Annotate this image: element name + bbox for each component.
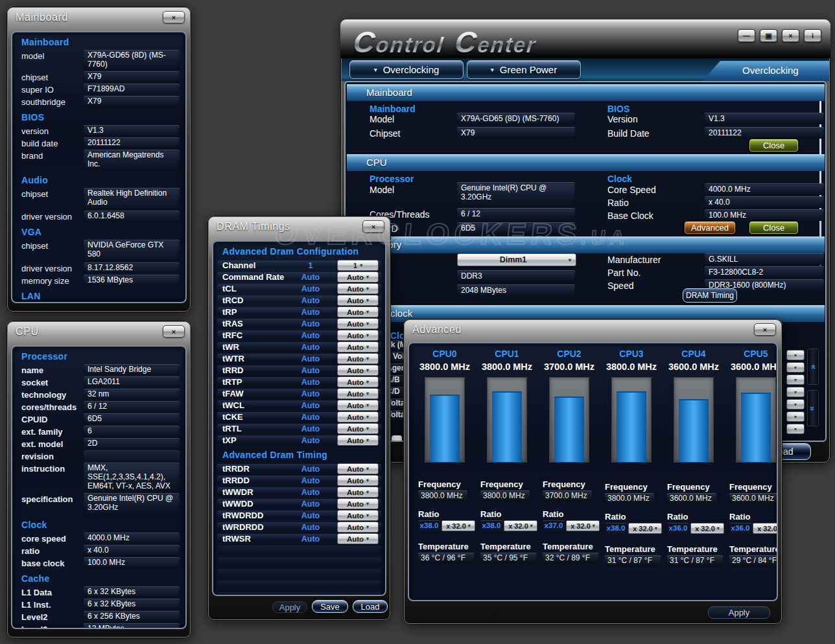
- clock-dropdown-button[interactable]: ▾: [786, 362, 805, 373]
- chevron-down-icon: ▾: [366, 274, 369, 280]
- restore-icon[interactable]: ▣: [760, 29, 777, 42]
- info-row-value: LGA2011: [84, 376, 180, 387]
- dram-row-select[interactable]: Auto▾: [337, 487, 379, 498]
- dram-row-select[interactable]: Auto▾: [337, 463, 379, 474]
- info-row-label: ratio: [21, 545, 84, 556]
- info-row-label: CPUID: [21, 413, 84, 424]
- apply-button[interactable]: Apply: [708, 606, 770, 619]
- dram-row-current-value: Auto: [292, 436, 329, 445]
- ratio-select[interactable]: x 32.0▾: [441, 520, 475, 531]
- slider-track-up[interactable]: »: [807, 349, 819, 385]
- close-icon[interactable]: ×: [782, 29, 799, 42]
- dram-select-value: Auto: [347, 320, 364, 328]
- chevron-down-icon: ▾: [468, 523, 471, 529]
- control-center-titlebar[interactable]: ControlCenter — ▣ × i: [340, 19, 830, 58]
- dimm-select[interactable]: Dimm1 ▾: [457, 253, 576, 266]
- load-button[interactable]: Load: [353, 600, 388, 613]
- dram-row-select[interactable]: Auto▾: [337, 341, 379, 352]
- dram-row-select[interactable]: Auto▾: [337, 423, 379, 434]
- clock-dropdown-button[interactable]: ▾: [786, 424, 805, 434]
- dram-row-select[interactable]: Auto▾: [337, 295, 379, 306]
- dram-row-select[interactable]: Auto▾: [337, 475, 379, 486]
- column-title: Clock: [607, 174, 632, 184]
- clock-dropdown-button[interactable]: ▾: [786, 350, 805, 360]
- info-row: driver version8.17.12.8562: [12, 262, 185, 274]
- dram-row-select[interactable]: Auto▾: [337, 498, 379, 509]
- section-header-mainboard: Mainboard: [347, 84, 825, 101]
- dram-row-select[interactable]: Auto▾: [337, 522, 379, 533]
- tab-green-power[interactable]: ▾ Green Power: [467, 60, 581, 79]
- info-row-label: base clock: [21, 557, 84, 568]
- dram-row-current-value: 1: [292, 261, 329, 270]
- close-icon[interactable]: ×: [163, 325, 185, 338]
- dram-row-label: tRWSR: [222, 534, 292, 544]
- tab-overclocking[interactable]: ▾ Overclocking: [349, 60, 464, 79]
- dram-row-label: tRRDR: [222, 464, 292, 474]
- cpu-name: CPU2: [539, 349, 600, 362]
- dram-timing-row: tRWSRAutoAuto▾: [217, 534, 381, 544]
- frequency-label: Frequency: [414, 479, 475, 489]
- dram-timing-row: tWWDDAutoAuto▾: [217, 499, 381, 509]
- close-icon[interactable]: ×: [362, 220, 384, 233]
- dram-row-select[interactable]: Auto▾: [337, 411, 379, 422]
- info-row-label: model: [21, 50, 84, 61]
- dram-row-select[interactable]: Auto▾: [337, 365, 379, 376]
- chevron-down-icon: ▾: [360, 262, 362, 268]
- dram-row-current-value: Auto: [292, 535, 329, 544]
- save-button[interactable]: Save: [312, 600, 348, 613]
- close-button[interactable]: Close: [749, 139, 799, 152]
- close-button[interactable]: Close: [749, 221, 799, 235]
- dram-select-value: Auto: [347, 523, 364, 531]
- dram-timing-button[interactable]: DRAM Timing: [683, 288, 737, 303]
- dram-row-select[interactable]: Auto▾: [337, 271, 379, 282]
- dram-row-select[interactable]: Auto▾: [337, 533, 379, 544]
- dram-row-select[interactable]: Auto▾: [337, 330, 379, 341]
- apply-button[interactable]: Apply: [272, 601, 307, 613]
- clock-dropdown-button[interactable]: ▾: [786, 387, 805, 397]
- dram-row-select[interactable]: Auto▾: [337, 388, 379, 399]
- dram-row-select[interactable]: Auto▾: [337, 306, 379, 317]
- dram-select-value: Auto: [347, 402, 364, 409]
- advanced-window-titlebar[interactable]: Advanced: [403, 319, 782, 341]
- dram-row-select[interactable]: Auto▾: [337, 353, 379, 364]
- ratio-select[interactable]: x 32.0▾: [753, 523, 778, 534]
- cpu-name: CPU5: [725, 349, 778, 362]
- close-icon[interactable]: ×: [754, 323, 776, 336]
- dram-row-select[interactable]: Auto▾: [337, 283, 379, 294]
- dram-row-select[interactable]: Auto▾: [337, 435, 379, 446]
- frequency-label: Frequency: [725, 482, 778, 492]
- value-field: G.SKILL: [705, 253, 824, 265]
- ratio-select[interactable]: x 32.0▾: [690, 523, 724, 534]
- minimize-icon[interactable]: —: [738, 29, 755, 42]
- dram-row-select[interactable]: Auto▾: [337, 376, 379, 387]
- chevron-down-icon: ▾: [366, 489, 369, 495]
- ratio-select[interactable]: x 32.0▾: [566, 520, 600, 531]
- vertical-slider-handle[interactable]: [392, 435, 402, 442]
- cpu-name: CPU3: [601, 349, 662, 362]
- info-row-label: ext. model: [21, 438, 84, 449]
- dram-row-current-value: Auto: [292, 476, 329, 485]
- clock-dropdown-button[interactable]: ▾: [786, 411, 805, 422]
- dram-row-select[interactable]: Auto▾: [337, 318, 379, 329]
- ratio-select[interactable]: x 32.0▾: [628, 523, 662, 534]
- info-row-value: X79A-GD65 (8D) (MS-7760): [84, 50, 180, 70]
- close-icon[interactable]: ×: [163, 11, 185, 23]
- ratio-label: Ratio: [476, 509, 537, 519]
- ratio-select[interactable]: x 32.0▾: [504, 520, 537, 531]
- slider-track-down[interactable]: »: [807, 390, 819, 426]
- advanced-button[interactable]: Advanced: [684, 221, 736, 235]
- frequency-gauge: [549, 377, 589, 463]
- dram-row-select[interactable]: 1▾: [337, 260, 379, 271]
- advanced-window-body: CPU03800.0 MHzFrequency3800.0 MHzRatiox3…: [408, 342, 778, 601]
- clock-dropdown-button[interactable]: ▾: [786, 399, 805, 409]
- dram-row-current-value: Auto: [292, 424, 329, 433]
- active-page-tab[interactable]: Overclocking: [702, 61, 829, 81]
- info-row-label: L1 Data: [21, 586, 84, 597]
- clock-dropdown-button[interactable]: ▾: [786, 374, 805, 385]
- dram-timings-body: Advanced Dram Configuration Channel11▾Co…: [212, 240, 386, 596]
- dram-row-select[interactable]: Auto▾: [337, 400, 379, 411]
- info-icon[interactable]: i: [804, 29, 821, 42]
- dram-row-select[interactable]: Auto▾: [337, 510, 379, 521]
- cpu-frequency-readout: 3700.0 MHz: [539, 362, 600, 376]
- info-section-title: Processor: [12, 347, 185, 363]
